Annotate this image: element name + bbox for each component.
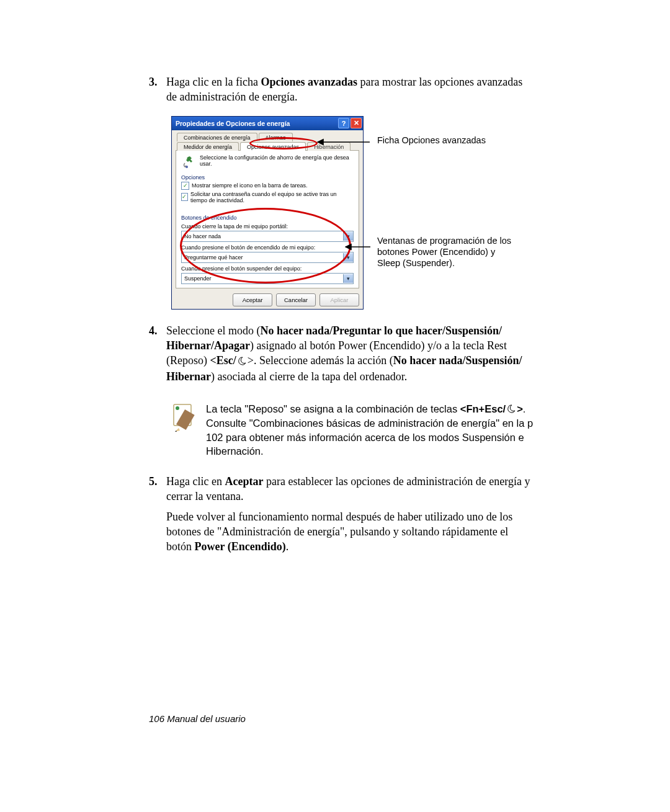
callout-button-windows: Ventanas de programación de los botones … (377, 235, 517, 269)
text: >. Seleccione además la acción ( (248, 354, 393, 367)
step-body: Haga clic en Aceptar para establecer las… (166, 474, 534, 554)
text: Seleccione el modo ( (166, 324, 260, 337)
dialog-button-row: Aceptar Cancelar Aplicar (176, 293, 359, 306)
ok-button[interactable]: Aceptar (233, 293, 272, 306)
cancel-button[interactable]: Cancelar (276, 293, 316, 306)
plug-icon (181, 154, 196, 169)
tab-combinations[interactable]: Combinaciones de energía (177, 133, 257, 141)
select-value: Suspender (184, 275, 212, 282)
text: Haga clic en la ficha (166, 76, 261, 88)
select-value: No hacer nada (184, 233, 221, 239)
power-button-label: Cuando presione el botón de encendido de… (181, 244, 354, 251)
sleep-button-select[interactable]: Suspender ▾ (181, 273, 354, 284)
checkbox-icon: ✓ (181, 193, 188, 201)
step-number: 3. (149, 74, 166, 105)
panel-desc: Seleccione la configuración de ahorro de… (200, 154, 354, 167)
apply-button[interactable]: Aplicar (319, 293, 359, 306)
svg-point-0 (185, 166, 188, 168)
group-power-label: Botones de encendido (181, 215, 354, 221)
chevron-down-icon: ▾ (343, 274, 353, 283)
sleep-button-label: Cuando presione el botón suspender del e… (181, 265, 354, 272)
text: ) asociada al cierre de la tapa del orde… (211, 370, 407, 383)
text-bold: <Esc/ (210, 354, 236, 367)
step-number: 4. (149, 323, 166, 385)
moon-icon (507, 403, 516, 416)
note-box: La tecla "Reposo" se asigna a la combina… (171, 402, 534, 458)
step-4: 4. Seleccione el modo (No hacer nada/Pre… (149, 323, 534, 385)
text-bold: Aceptar (225, 475, 263, 488)
tab-advanced[interactable]: Opciones avanzadas (240, 142, 306, 151)
checkbox-password[interactable]: ✓ Solicitar una contraseña cuando el equ… (181, 191, 354, 203)
moon-icon (238, 354, 246, 369)
text: La tecla "Reposo" se asigna a la combina… (206, 403, 460, 414)
step-5: 5. Haga clic en Aceptar para establecer … (149, 474, 534, 554)
annotation-arrow (313, 138, 375, 146)
lid-close-label: Cuando cierre la tapa de mi equipo portá… (181, 223, 354, 230)
text-bold: Power (Encendido) (195, 540, 286, 553)
checkbox-label: Solicitar una contraseña cuando el equip… (190, 191, 354, 203)
checkbox-icon: ✓ (181, 182, 189, 190)
step-number: 5. (149, 474, 166, 554)
page-footer: 106 Manual del usuario (149, 713, 246, 724)
text: Haga clic en (166, 475, 225, 488)
tab-alarms[interactable]: Alarmas (259, 133, 293, 141)
select-value: Preguntarme qué hacer (184, 254, 243, 261)
chevron-down-icon: ▾ (343, 232, 353, 241)
text: . (286, 540, 289, 553)
group-power-buttons: Botones de encendido Cuando cierre la ta… (181, 207, 354, 284)
help-icon[interactable]: ? (338, 118, 349, 128)
chevron-down-icon: ▾ (343, 253, 353, 262)
step-body: Seleccione el modo (No hacer nada/Pregun… (166, 323, 534, 385)
text-bold: Opciones avanzadas (261, 76, 357, 88)
tab-meter[interactable]: Medidor de energía (177, 142, 239, 151)
group-options-label: Opciones (181, 174, 354, 181)
power-button-select[interactable]: Preguntarme qué hacer ▾ (181, 252, 354, 263)
step-3: 3. Haga clic en la ficha Opciones avanza… (149, 74, 534, 105)
checkbox-label: Mostrar siempre el icono en la barra de … (192, 182, 308, 189)
close-icon[interactable]: ✕ (351, 118, 362, 128)
dialog-title: Propiedades de Opciones de energía (176, 120, 290, 127)
note-text: La tecla "Reposo" se asigna a la combina… (206, 402, 534, 458)
annotation-arrow (341, 243, 375, 251)
tab-panel: Seleccione la configuración de ahorro de… (176, 151, 359, 288)
dialog-titlebar: Propiedades de Opciones de energía ? ✕ (172, 117, 363, 130)
lid-close-select[interactable]: No hacer nada ▾ (181, 231, 354, 242)
text-bold: > (517, 403, 523, 414)
svg-point-4 (176, 406, 179, 410)
screenshot-figure: Propiedades de Opciones de energía ? ✕ C… (171, 116, 519, 308)
text-bold: <Fn+Esc/ (460, 403, 506, 414)
callout-advanced-tab: Ficha Opciones avanzadas (377, 135, 486, 146)
step-body: Haga clic en la ficha Opciones avanzadas… (166, 74, 534, 105)
checkbox-show-icon[interactable]: ✓ Mostrar siempre el icono en la barra d… (181, 182, 354, 190)
note-pencil-icon (171, 402, 196, 437)
